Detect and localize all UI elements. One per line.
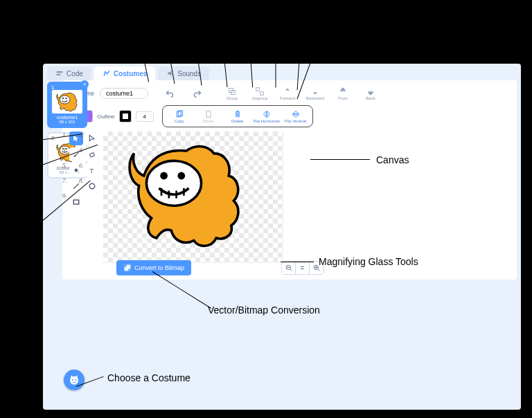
scratch-costume-editor: Code Costumes Sounds 1 × costume1 96 x 1… bbox=[43, 64, 521, 410]
svg-rect-7 bbox=[256, 87, 260, 91]
tool-number: 8. bbox=[79, 177, 84, 184]
zoom-controls: = bbox=[281, 261, 324, 275]
svg-point-15 bbox=[89, 183, 95, 189]
tab-code[interactable]: Code bbox=[47, 66, 91, 80]
outline-swatch[interactable] bbox=[119, 110, 132, 122]
annotation-line bbox=[281, 262, 314, 262]
sprite-artwork[interactable] bbox=[124, 138, 249, 251]
svg-line-24 bbox=[318, 269, 320, 271]
reshape-tool[interactable] bbox=[85, 131, 99, 145]
annotation-canvas: Canvas bbox=[376, 154, 409, 165]
costume-dim: 96 x 101 bbox=[50, 120, 85, 124]
svg-point-28 bbox=[72, 379, 73, 381]
tool-number: 9. bbox=[62, 192, 67, 199]
svg-rect-16 bbox=[73, 200, 79, 204]
svg-rect-3 bbox=[57, 71, 63, 73]
ungroup-button[interactable]: Ungroup bbox=[247, 84, 273, 102]
circle-tool[interactable] bbox=[85, 179, 99, 193]
outline-label: Outline bbox=[97, 113, 114, 120]
cat-face-icon bbox=[68, 374, 80, 386]
tool-number: 5. bbox=[62, 162, 67, 169]
tab-sounds[interactable]: Sounds bbox=[158, 66, 209, 80]
annotation-magnify: Magnifying Glass Tools bbox=[319, 256, 418, 267]
tab-costumes-label: Costumes bbox=[114, 70, 147, 78]
stroke-width-input[interactable] bbox=[136, 111, 154, 122]
bottom-bar: Convert to Bitmap = bbox=[116, 260, 324, 275]
fill-outline-row: Fill Outline Copy Paste Delete Flip Hori… bbox=[69, 105, 510, 127]
zoom-out-button[interactable] bbox=[282, 262, 296, 274]
flip-vertical-button[interactable]: Flip Vertical bbox=[282, 107, 310, 125]
rectangle-tool[interactable] bbox=[69, 195, 83, 209]
costume-name-input[interactable] bbox=[100, 88, 148, 99]
zoom-reset-button[interactable]: = bbox=[296, 262, 310, 274]
work-area: T 1. 2. 3. 4. 5. 6. 7. 8. 9. bbox=[69, 131, 510, 275]
svg-rect-19 bbox=[129, 269, 131, 271]
svg-line-21 bbox=[290, 269, 292, 271]
svg-rect-8 bbox=[260, 91, 264, 95]
editor-tabs: Code Costumes Sounds bbox=[43, 64, 521, 80]
tool-number: 3. bbox=[62, 147, 67, 154]
costume-index: 1 bbox=[51, 84, 54, 91]
annotation-choose: Choose a Costume bbox=[107, 372, 190, 383]
svg-text:T: T bbox=[89, 167, 94, 174]
drawing-canvas[interactable] bbox=[103, 131, 510, 275]
editor-panel: Costume Group Ungroup Forward Backward F… bbox=[62, 80, 517, 280]
close-icon[interactable]: × bbox=[80, 80, 89, 89]
tool-number: 2. bbox=[79, 131, 84, 138]
backward-button[interactable]: Backward bbox=[302, 84, 328, 102]
costume-name: costume1 bbox=[50, 115, 85, 120]
cropped-label: ngle bbox=[0, 249, 18, 260]
cropped-label: ape bbox=[0, 148, 16, 159]
annotation-line bbox=[310, 159, 370, 160]
tool-number: 7. bbox=[62, 177, 67, 184]
svg-point-29 bbox=[75, 379, 76, 381]
svg-rect-4 bbox=[57, 74, 61, 75]
svg-rect-12 bbox=[89, 153, 94, 157]
tab-code-label: Code bbox=[66, 70, 83, 78]
delete-button[interactable]: Delete bbox=[224, 107, 251, 125]
tool-number: 1. bbox=[62, 131, 67, 138]
clipboard-actions: Copy Paste Delete Flip Horizontal Flip V… bbox=[162, 105, 313, 127]
copy-button[interactable]: Copy bbox=[166, 107, 193, 125]
text-tool[interactable]: T bbox=[85, 163, 99, 177]
tool-palette: T bbox=[69, 131, 99, 209]
eraser-tool[interactable] bbox=[85, 147, 99, 161]
svg-rect-11 bbox=[206, 111, 211, 117]
svg-line-14 bbox=[73, 183, 79, 189]
back-button[interactable]: Back bbox=[357, 84, 384, 102]
annotation-convert: Vector/Bitmap Conversion bbox=[208, 305, 320, 316]
svg-rect-18 bbox=[125, 265, 127, 267]
costume-name-row: Costume Group Ungroup Forward Backward F… bbox=[69, 84, 510, 102]
costume-thumb bbox=[52, 90, 82, 113]
group-button[interactable]: Group bbox=[219, 84, 245, 102]
annotation-line bbox=[276, 21, 276, 88]
tool-number: 6. bbox=[79, 162, 84, 169]
history-ops bbox=[157, 84, 211, 102]
undo-button[interactable] bbox=[157, 84, 183, 102]
front-button[interactable]: Front bbox=[330, 84, 356, 102]
paste-button[interactable]: Paste bbox=[195, 107, 222, 125]
tab-sounds-label: Sounds bbox=[177, 70, 201, 78]
flip-horizontal-button[interactable]: Flip Horizontal bbox=[253, 107, 281, 125]
choose-costume-button[interactable] bbox=[64, 370, 85, 390]
costume-item-1[interactable]: 1 × costume1 96 x 101 bbox=[47, 82, 87, 128]
redo-button[interactable] bbox=[184, 84, 211, 102]
convert-label: Convert to Bitmap bbox=[134, 264, 184, 271]
